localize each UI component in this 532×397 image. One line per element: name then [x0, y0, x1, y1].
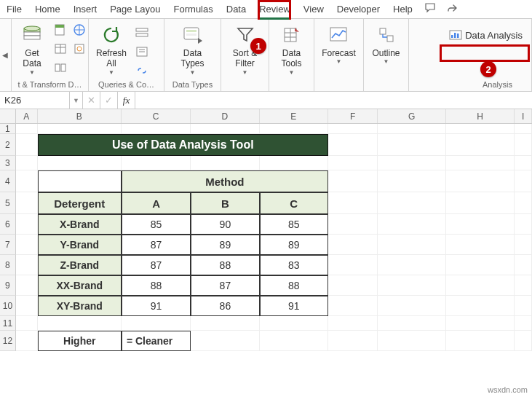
cell-3-D[interactable] [191, 156, 259, 170]
row-header-4[interactable]: 4 [0, 170, 16, 192]
cell-1-H[interactable] [446, 124, 515, 134]
cell-4-H[interactable] [446, 170, 515, 192]
cell-3-F[interactable] [328, 156, 378, 170]
col-header-A[interactable]: A [16, 109, 38, 123]
val-3-2[interactable]: 88 [260, 275, 328, 296]
cell-9-F[interactable] [328, 275, 378, 296]
val-2-1[interactable]: 88 [191, 255, 259, 275]
val-1-2[interactable]: 89 [260, 235, 328, 255]
cell-6-I[interactable] [515, 214, 532, 235]
tab-developer[interactable]: Developer [330, 0, 386, 18]
cell-2-A[interactable] [16, 134, 38, 156]
cell-10-G[interactable] [378, 296, 445, 316]
cell-5-H[interactable] [446, 192, 515, 214]
cell-7-F[interactable] [328, 235, 378, 255]
comments-icon[interactable] [419, 0, 442, 18]
val-4-1[interactable]: 86 [191, 296, 259, 316]
cell-5-F[interactable] [328, 192, 378, 214]
cell-9-H[interactable] [446, 275, 515, 296]
cell-12-D[interactable] [191, 331, 259, 351]
method-A-header[interactable]: A [122, 192, 191, 214]
cell-12-G[interactable] [378, 331, 445, 351]
cell-8-F[interactable] [328, 255, 378, 275]
row-header-8[interactable]: 8 [0, 255, 16, 275]
cell-2-G[interactable] [378, 134, 445, 156]
cell-8-G[interactable] [378, 255, 445, 275]
name-box-dropdown[interactable]: ▼ [70, 92, 83, 109]
brand-3[interactable]: XX-Brand [38, 275, 122, 296]
cell-11-E[interactable] [260, 316, 328, 331]
cell-12-F[interactable] [328, 331, 378, 351]
cell-9-A[interactable] [16, 275, 38, 296]
cell-11-D[interactable] [191, 316, 259, 331]
cell-4-F[interactable] [328, 170, 378, 192]
val-0-0[interactable]: 85 [122, 214, 191, 235]
cell-6-G[interactable] [378, 214, 445, 235]
select-all-corner[interactable] [0, 109, 16, 123]
val-1-1[interactable]: 89 [191, 235, 259, 255]
cell-3-B[interactable] [38, 156, 122, 170]
val-2-0[interactable]: 87 [122, 255, 191, 275]
col-header-F[interactable]: F [328, 109, 378, 123]
row-header-1[interactable]: 1 [0, 124, 16, 134]
col-header-H[interactable]: H [446, 109, 515, 123]
cell-2-F[interactable] [328, 134, 378, 156]
cell-11-G[interactable] [378, 316, 445, 331]
cell-1-B[interactable] [38, 124, 122, 134]
tab-data[interactable]: Data [220, 0, 253, 18]
cell-12-E[interactable] [260, 331, 328, 351]
name-box[interactable]: K26 [0, 92, 70, 109]
cell-11-H[interactable] [446, 316, 515, 331]
val-1-0[interactable]: 87 [122, 235, 191, 255]
get-data-button[interactable]: Get Data ▼ [16, 22, 48, 77]
cell-5-A[interactable] [16, 192, 38, 214]
tab-insert[interactable]: Insert [67, 0, 104, 18]
cell-8-A[interactable] [16, 255, 38, 275]
cell-4-B[interactable] [38, 170, 122, 192]
cell-9-I[interactable] [515, 275, 532, 296]
col-header-E[interactable]: E [260, 109, 328, 123]
cell-5-G[interactable] [378, 192, 445, 214]
tab-home[interactable]: Home [28, 0, 67, 18]
cell-10-A[interactable] [16, 296, 38, 316]
data-tools-button[interactable]: Data Tools ▼ [276, 22, 308, 77]
cell-7-I[interactable] [515, 235, 532, 255]
cell-12-I[interactable] [515, 331, 532, 351]
detergent-header[interactable]: Detergent [38, 192, 122, 214]
cell-4-G[interactable] [378, 170, 445, 192]
tab-help[interactable]: Help [386, 0, 419, 18]
cell-7-A[interactable] [16, 235, 38, 255]
brand-1[interactable]: Y-Brand [38, 235, 122, 255]
data-types-button[interactable]: Data Types ▼ [177, 22, 209, 77]
cell-3-I[interactable] [515, 156, 532, 170]
data-analysis-button[interactable]: Data Analysis [446, 28, 525, 42]
row-header-5[interactable]: 5 [0, 192, 16, 214]
cell-11-C[interactable] [122, 316, 191, 331]
cell-5-I[interactable] [515, 192, 532, 214]
share-icon[interactable] [442, 0, 461, 18]
method-B-header[interactable]: B [191, 192, 259, 214]
col-header-B[interactable]: B [38, 109, 122, 123]
cell-1-C[interactable] [122, 124, 191, 134]
val-4-0[interactable]: 91 [122, 296, 191, 316]
cell-9-G[interactable] [378, 275, 445, 296]
queries-connections-icon[interactable] [134, 25, 150, 41]
cell-6-F[interactable] [328, 214, 378, 235]
cell-12-H[interactable] [446, 331, 515, 351]
brand-4[interactable]: XY-Brand [38, 296, 122, 316]
title-cell[interactable]: Use of Data Analysis Tool [38, 134, 328, 156]
col-header-G[interactable]: G [378, 109, 445, 123]
cleaner-cell[interactable]: = Cleaner [122, 331, 191, 351]
tab-view[interactable]: View [297, 0, 330, 18]
cell-1-G[interactable] [378, 124, 445, 134]
brand-2[interactable]: Z-Brand [38, 255, 122, 275]
cell-1-F[interactable] [328, 124, 378, 134]
tab-review[interactable]: Review [253, 0, 297, 18]
from-web-icon[interactable] [71, 22, 87, 38]
cell-10-H[interactable] [446, 296, 515, 316]
cell-8-I[interactable] [515, 255, 532, 275]
cell-1-E[interactable] [260, 124, 328, 134]
cell-10-F[interactable] [328, 296, 378, 316]
cell-4-A[interactable] [16, 170, 38, 192]
refresh-all-button[interactable]: Refresh All ▼ [93, 22, 130, 77]
